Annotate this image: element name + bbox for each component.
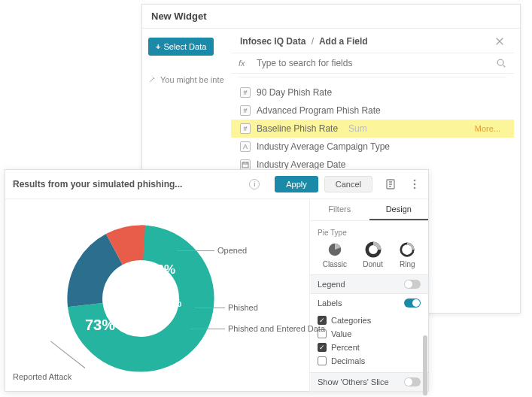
check-categories[interactable]: ✓Categories [318, 314, 421, 327]
field-name: Industry Average Campaign Type [257, 141, 390, 152]
date-icon [240, 159, 251, 170]
check-categories-label: Categories [331, 316, 371, 325]
panel-title: New Widget [142, 5, 520, 29]
field-search-row: fx [231, 53, 514, 74]
close-icon[interactable] [494, 36, 505, 47]
info-icon[interactable]: i [249, 179, 260, 189]
svg-point-0 [497, 59, 503, 65]
svg-point-5 [414, 187, 416, 189]
legend-label: Legend [318, 280, 345, 289]
fx-icon: fx [239, 59, 251, 68]
field-picker-header: Infosec IQ Data / Add a Field [231, 30, 514, 53]
results-panel: Results from your simulated phishing... … [5, 169, 429, 392]
show-others-toggle[interactable] [404, 377, 421, 386]
hint-row: You might be inte [148, 75, 225, 84]
design-tabs: Filters Design [310, 199, 428, 221]
widget-left-column: + Select Data You might be inte [142, 30, 231, 92]
show-others-row: Show 'Others' Slice [310, 372, 428, 392]
labels-label: Labels [318, 299, 342, 308]
type-icon: # [240, 105, 251, 116]
more-icon[interactable] [409, 178, 421, 190]
field-item[interactable]: #90 Day Phish Rate [231, 83, 514, 102]
field-aggregation: Sum [348, 123, 367, 134]
leader-line [195, 308, 225, 308]
field-list: #90 Day Phish Rate#Advanced Program Phis… [231, 80, 514, 177]
check-percent[interactable]: ✓Percent [318, 341, 421, 354]
type-icon: # [240, 87, 251, 98]
slice-percent-phished: 9% [166, 297, 181, 309]
check-decimals[interactable]: Decimals [318, 354, 421, 368]
pie-type-donut[interactable]: Donut [363, 241, 383, 268]
hint-text: You might be inte [160, 75, 224, 84]
field-search-input[interactable] [257, 58, 490, 68]
field-item[interactable]: #Baseline Phish RateSumMore... [231, 120, 514, 138]
labels-row: Labels [310, 294, 428, 312]
apply-button[interactable]: Apply [275, 176, 318, 192]
svg-rect-1 [242, 162, 248, 168]
field-more-link[interactable]: More... [475, 124, 505, 133]
check-percent-label: Percent [331, 343, 360, 352]
results-header: Results from your simulated phishing... … [5, 170, 428, 199]
show-others-label: Show 'Others' Slice [318, 377, 389, 386]
check-value-label: Value [331, 329, 351, 338]
leader-line [177, 250, 214, 251]
field-item[interactable]: AIndustry Average Campaign Type [231, 138, 514, 156]
label-reported: Reported Attack [13, 372, 71, 381]
donut-chart: 19% 9% 73% [67, 225, 214, 372]
leader-line [190, 329, 225, 329]
donut-svg [67, 225, 214, 372]
legend-toggle[interactable] [404, 280, 421, 289]
design-scrollbar[interactable] [423, 335, 427, 395]
pie-type-options: Classic Donut Ring [310, 241, 428, 274]
check-decimals-label: Decimals [331, 356, 365, 365]
pie-type-classic[interactable]: Classic [323, 241, 347, 268]
legend-row: Legend [310, 274, 428, 294]
export-icon[interactable] [385, 178, 397, 190]
add-field-label: Add a Field [319, 36, 368, 47]
field-item[interactable]: #Advanced Program Phish Rate [231, 102, 514, 120]
field-name: 90 Day Phish Rate [257, 87, 332, 98]
select-data-label: Select Data [163, 42, 206, 51]
divider [239, 77, 506, 77]
field-picker-title: Infosec IQ Data / Add a Field [240, 36, 368, 47]
check-value[interactable]: Value [318, 327, 421, 341]
slice-percent-reported: 73% [85, 317, 115, 334]
design-panel: Filters Design Pie Type Classic Donut Ri… [309, 199, 428, 392]
type-icon: A [240, 141, 251, 152]
pie-type-classic-label: Classic [323, 260, 347, 268]
tab-filters[interactable]: Filters [310, 199, 369, 220]
cancel-button[interactable]: Cancel [324, 176, 372, 192]
wand-icon [148, 76, 156, 83]
pie-type-ring[interactable]: Ring [399, 241, 415, 268]
pie-type-label: Pie Type [310, 221, 428, 241]
tab-design[interactable]: Design [369, 199, 429, 220]
svg-point-4 [414, 183, 416, 186]
label-phished: Phished [228, 303, 258, 312]
labels-checklist: ✓Categories Value ✓Percent Decimals [310, 312, 428, 372]
results-body: 19% 9% 73% Opened Phished Phished and En… [5, 199, 428, 392]
results-title: Results from your simulated phishing... [13, 179, 243, 189]
labels-toggle[interactable] [404, 299, 421, 308]
search-icon[interactable] [496, 58, 506, 68]
label-phished-entered: Phished and Entered Data [228, 324, 325, 333]
field-name: Baseline Phish Rate [257, 123, 338, 134]
plus-icon: + [156, 42, 160, 51]
svg-point-3 [414, 180, 416, 182]
pie-type-donut-label: Donut [363, 260, 383, 268]
field-name: Industry Average Date [257, 159, 346, 170]
chart-area: 19% 9% 73% Opened Phished Phished and En… [5, 199, 309, 392]
data-source-name: Infosec IQ Data [240, 36, 306, 47]
slice-percent-opened: 19% [150, 262, 175, 277]
select-data-button[interactable]: + Select Data [148, 38, 214, 56]
label-opened: Opened [217, 246, 247, 255]
type-icon: # [240, 123, 251, 134]
field-name: Advanced Program Phish Rate [257, 105, 381, 116]
pie-type-ring-label: Ring [400, 260, 415, 268]
